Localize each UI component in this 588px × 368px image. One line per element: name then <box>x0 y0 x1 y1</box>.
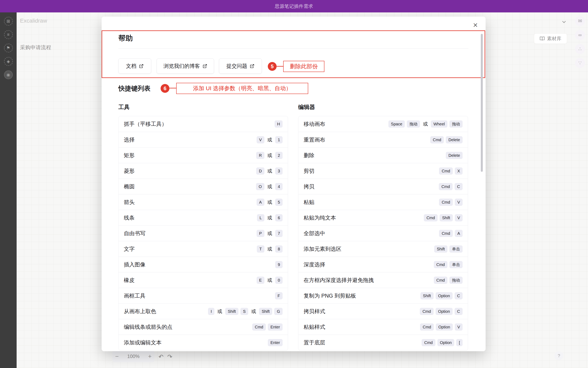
key-chip: A <box>455 230 463 237</box>
key-chip: P <box>257 230 264 237</box>
graph-icon[interactable]: ⊞ <box>4 17 13 26</box>
close-icon[interactable]: × <box>471 20 480 30</box>
shortcut-keys: F <box>275 292 283 299</box>
shortcut-keys: CmdDelete <box>430 136 463 143</box>
shortcut-label: 矩形 <box>124 152 135 159</box>
shortcut-label: 插入图像 <box>124 261 145 268</box>
window-titlebar: 思源笔记插件需求 <box>0 0 588 12</box>
key-chip: Cmd <box>420 323 434 331</box>
key-chip: Shift <box>225 308 239 315</box>
shortcut-row: 自由书写P或7 <box>119 225 288 241</box>
shortcut-label: 在方框内深度选择并避免拖拽 <box>303 276 374 284</box>
key-chip: R <box>256 152 264 159</box>
shortcut-keys: CmdShiftV <box>424 214 463 221</box>
avatar-icon-glyph: ◉ <box>6 72 10 77</box>
key-chip: C <box>455 183 463 190</box>
key-chip: I <box>208 308 214 315</box>
key-chip: 7 <box>275 230 283 237</box>
or-separator: 或 <box>267 184 272 190</box>
shortcut-row: 编辑线条或箭头的点CmdEnter <box>119 319 288 335</box>
shortcut-row: 椭圆O或4 <box>119 179 288 194</box>
key-chip: T <box>257 245 264 253</box>
shortcut-keys: H <box>275 120 283 128</box>
key-chip: F <box>275 292 283 299</box>
or-separator: 或 <box>267 215 272 221</box>
key-chip: 3 <box>275 167 283 175</box>
shortcut-keys: ShiftOptionC <box>420 292 463 299</box>
shortcut-keys: V或1 <box>257 136 283 143</box>
shortcut-keys: L或6 <box>257 214 283 221</box>
outline-icon[interactable]: ≡ <box>4 30 13 39</box>
dialog-scrollbar[interactable] <box>481 34 483 172</box>
key-chip: Option <box>436 323 453 331</box>
key-chip: Cmd <box>430 136 444 143</box>
key-chip: 2 <box>275 152 283 159</box>
key-chip: Cmd <box>252 323 266 331</box>
shortcut-label: 复制为 PNG 到剪贴板 <box>303 292 356 299</box>
shortcut-row: 删除Delete <box>298 147 468 163</box>
key-chip: Cmd <box>424 214 437 221</box>
shortcut-label: 全部选中 <box>303 230 325 237</box>
key-chip: 拖动 <box>450 120 463 128</box>
key-chip: 9 <box>275 261 283 268</box>
outline-icon-glyph: ≡ <box>7 32 9 37</box>
key-chip: Space <box>388 120 405 128</box>
key-chip: 5 <box>275 199 283 206</box>
shortcut-keys: E或0 <box>257 276 283 284</box>
key-chip: 0 <box>275 276 283 284</box>
key-chip: Cmd <box>434 261 447 268</box>
or-separator: 或 <box>251 308 256 315</box>
shortcut-label: 自由书写 <box>124 230 145 237</box>
key-chip: C <box>455 308 463 315</box>
key-chip: Cmd <box>420 308 433 315</box>
key-chip: 单击 <box>450 245 463 253</box>
shortcut-label: 拷贝样式 <box>303 308 325 315</box>
key-chip: Cmd <box>439 167 453 175</box>
shortcut-row: 从画布上取色I或ShiftS或ShiftG <box>119 304 288 319</box>
bookmark-icon[interactable]: ⚑ <box>4 44 13 52</box>
or-separator: 或 <box>267 152 272 159</box>
key-chip: D <box>256 167 264 175</box>
shortcut-label: 重置画布 <box>303 136 325 143</box>
key-chip: Enter <box>268 339 283 346</box>
shortcut-label: 置于底层 <box>303 339 325 346</box>
tag-icon-glyph: ◈ <box>7 59 10 64</box>
key-chip: Cmd <box>439 230 453 237</box>
shortcut-row: 拷贝样式CmdOptionC <box>298 304 468 319</box>
shortcut-keys: O或4 <box>256 183 283 190</box>
shortcut-label: 移动画布 <box>303 120 325 128</box>
shortcut-label: 深度选择 <box>303 261 325 268</box>
shortcut-label: 拷贝 <box>303 183 314 190</box>
shortcut-row: 添加元素到选区Shift单击 <box>298 241 468 257</box>
or-separator: 或 <box>267 230 272 237</box>
shortcut-keys: 9 <box>275 261 283 268</box>
shortcut-row: 菱形D或3 <box>119 163 288 179</box>
shortcut-keys: P或7 <box>257 230 283 237</box>
shortcut-row: 重置画布CmdDelete <box>298 132 468 147</box>
tag-icon[interactable]: ◈ <box>4 57 13 66</box>
shortcut-row: 粘贴为纯文本CmdShiftV <box>298 210 468 225</box>
left-toolbar: ⊞ ≡ ⚑ ◈ ◉ <box>0 12 17 368</box>
key-chip: S <box>240 308 248 315</box>
key-chip: Cmd <box>439 199 453 206</box>
key-chip: Cmd <box>439 183 452 190</box>
bookmark-icon-glyph: ⚑ <box>6 46 10 50</box>
column-heading: 工具 <box>118 103 288 111</box>
shortcut-label: 画框工具 <box>124 292 145 299</box>
key-chip: Shift <box>440 214 453 221</box>
key-chip: Option <box>437 339 454 346</box>
shortcut-row: 深度选择Cmd单击 <box>298 257 468 272</box>
shortcut-label: 粘贴为纯文本 <box>303 214 336 221</box>
shortcut-row: 复制为 PNG 到剪贴板ShiftOptionC <box>298 288 468 304</box>
key-chip: E <box>257 276 264 284</box>
key-chip: Shift <box>420 292 434 299</box>
avatar-icon[interactable]: ◉ <box>4 70 13 79</box>
shortcut-label: 抓手（平移工具） <box>124 120 167 128</box>
key-chip: G <box>274 308 283 315</box>
shortcut-keys: CmdEnter <box>252 323 283 331</box>
shortcut-row: 粘贴CmdV <box>298 194 468 210</box>
shortcut-keys: CmdOptionV <box>420 323 463 331</box>
shortcut-row: 文字T或8 <box>119 241 288 257</box>
shortcut-keys: T或8 <box>257 245 283 253</box>
key-chip: V <box>455 214 463 221</box>
